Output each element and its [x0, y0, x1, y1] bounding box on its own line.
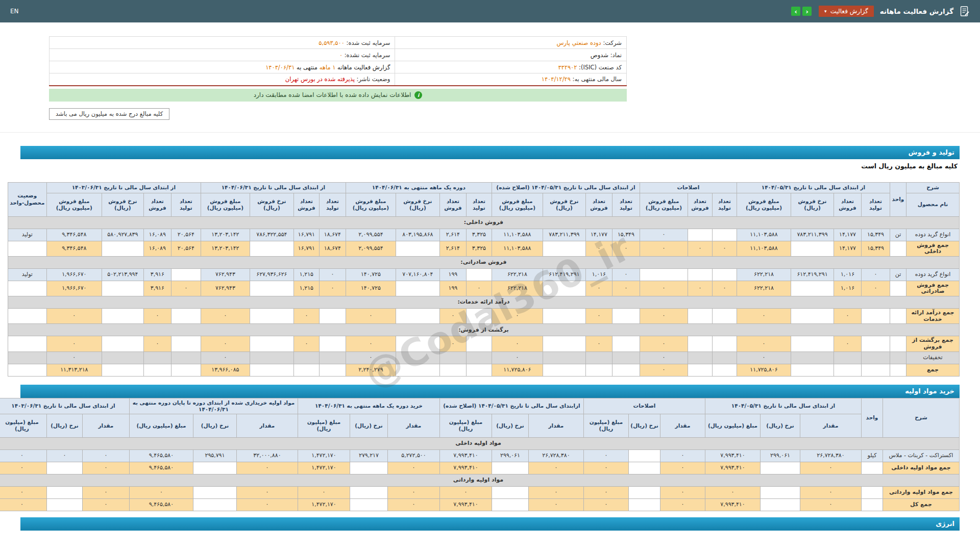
- value-cell: ۰: [612, 281, 640, 296]
- value-cell: [834, 352, 862, 364]
- value-cell: ۲۶,۷۲۸,۳۸۰: [528, 449, 583, 462]
- language-toggle[interactable]: EN: [10, 8, 19, 15]
- value-cell: ۱۸,۶۷۴: [319, 229, 346, 241]
- value-cell: [629, 462, 660, 474]
- column-header: نرخ فروش (ریال): [250, 193, 293, 216]
- value-cell: ۰: [0, 486, 46, 498]
- value-cell: ۱۵,۳۴۹: [612, 229, 640, 241]
- value-cell: [102, 352, 143, 364]
- value-cell: [543, 309, 585, 324]
- prev-report-button[interactable]: ‹: [791, 7, 800, 16]
- column-header: تعداد فروش: [439, 193, 466, 216]
- value-cell: ۱,۲۱۵: [293, 268, 319, 281]
- energy-section: انرژی: [20, 517, 960, 531]
- value-cell: ۶۱۲,۴۱۹,۲۹۱: [791, 268, 834, 281]
- sales-section: تولید و فروش کلیه مبالغ به میلیون ریال ا…: [20, 146, 960, 377]
- info-icon: i: [414, 91, 422, 99]
- million-rial-note: کلیه مبالغ درج شده به میلیون ریال می باش…: [49, 108, 169, 120]
- value-cell: ۰: [201, 352, 250, 364]
- value-cell: ۰: [640, 229, 688, 241]
- row-label-cell: جمع مواد اولیه وارداتی: [883, 486, 960, 498]
- value-cell: ۰: [236, 498, 298, 511]
- value-cell: [319, 309, 346, 324]
- value-cell: ۰: [862, 281, 890, 296]
- value-cell: [250, 309, 293, 324]
- value-cell: ۱۶,۷۹۱: [293, 241, 319, 256]
- column-header: نرخ (ریال): [492, 414, 528, 437]
- section-divider: [0, 132, 980, 133]
- value-cell: ۱,۰۱۶: [834, 281, 862, 296]
- energy-section-header: انرژی: [20, 517, 960, 531]
- column-header: مبلغ فروش (میلیون ریال): [737, 193, 791, 216]
- value-cell: [712, 229, 737, 241]
- value-cell: ۱۶,۰۸۹: [143, 241, 171, 256]
- value-cell: [46, 486, 82, 498]
- report-type-dropdown[interactable]: گزارش فعالیت ▾: [819, 6, 874, 17]
- value-cell: [46, 462, 82, 474]
- report-header-info: شرکت: دوده صنعتي پارسسرمایه ثبت شده: ۵,۵…: [49, 36, 627, 102]
- value-cell: [319, 352, 346, 364]
- value-cell: ۰: [293, 336, 319, 352]
- value-cell: [712, 352, 737, 364]
- table-row: جمع کل۰۷,۹۹۳,۴۱۰۰۰۰۷,۹۹۳,۴۱۰۰۱,۴۷۲,۱۷۰۰۹…: [0, 498, 960, 511]
- column-header: مبلغ فروش (میلیون ریال): [346, 193, 396, 216]
- column-header: مقدار: [660, 414, 705, 437]
- value-cell: ۳,۹۱۶: [143, 281, 171, 296]
- value-cell: ۰: [800, 462, 862, 474]
- value-cell: [712, 268, 737, 281]
- value-cell: ۰: [612, 268, 640, 281]
- info-cell: کد صنعت (ISIC): ۴۴۲۹۰۲: [395, 61, 627, 73]
- value-cell: ۰: [387, 486, 439, 498]
- value-cell: [712, 336, 737, 352]
- value-cell: ۰: [800, 486, 862, 498]
- column-group-header: خرید دوره یک ماهه منتهی به ۱۴۰۴/۰۶/۳۱: [298, 398, 439, 414]
- column-header: مبلغ فروش (میلیون ریال): [201, 193, 250, 216]
- value-cell: ۰: [640, 364, 688, 376]
- report-nav: ‹ ›: [791, 7, 812, 16]
- value-cell: ۰: [583, 462, 628, 474]
- value-cell: ۰: [492, 352, 543, 364]
- unit-cell: [890, 352, 906, 364]
- value-cell: ۱,۴۷۲,۱۷۰: [298, 498, 350, 511]
- unit-cell: کیلو: [862, 449, 883, 462]
- value-cell: ۷۶۲,۹۴۳: [201, 281, 250, 296]
- value-cell: [250, 364, 293, 376]
- column-group-header: از ابتدای سال مالی تا تاریخ ۱۴۰۳/۰۶/۳۱: [0, 398, 129, 414]
- value-cell: [612, 336, 640, 352]
- status-cell: [8, 281, 46, 296]
- value-cell: ۲,۶۱۴: [439, 229, 466, 241]
- value-cell: ۱۳,۲۰۳,۱۴۲: [201, 229, 250, 241]
- info-cell: وضعیت ناشر: پذیرفته شده در بورس تهران: [50, 73, 395, 86]
- value-cell: ۰: [583, 486, 628, 498]
- value-cell: [791, 336, 834, 352]
- value-cell: ۷۸۳,۲۱۱,۳۹۹: [791, 229, 834, 241]
- value-cell: [543, 336, 585, 352]
- value-cell: ۳,۳۲۵: [466, 241, 492, 256]
- value-cell: [543, 352, 585, 364]
- value-cell: ۰: [143, 309, 171, 324]
- value-cell: ۱۶,۰۸۹: [143, 229, 171, 241]
- next-report-button[interactable]: ›: [802, 7, 812, 16]
- value-cell: ۰: [640, 241, 688, 256]
- value-cell: [543, 364, 585, 376]
- value-cell: ۰: [82, 462, 129, 474]
- value-cell: ۲,۰۹۹,۵۵۴: [346, 241, 396, 256]
- table-row: جمع فروش صادراتی۰۱,۰۱۶۶۲۲,۲۱۸۰۰۰۰۰۶۲۲,۲۱…: [8, 281, 959, 296]
- value-cell: [791, 281, 834, 296]
- sales-section-header: تولید و فروش: [20, 146, 960, 159]
- value-cell: ۱۸,۶۷۴: [319, 241, 346, 256]
- value-cell: [171, 309, 201, 324]
- value-cell: ۱۳,۹۶۶,۰۸۵: [201, 364, 250, 376]
- table-row: مواد اولیه وارداتی: [0, 474, 960, 486]
- value-cell: [350, 486, 387, 498]
- value-cell: ۸۰۳,۱۹۵,۸۶۸: [396, 229, 439, 241]
- column-header: مقدار: [236, 414, 298, 437]
- column-header: مبلغ فروش (میلیون ریال): [492, 193, 543, 216]
- value-cell: [791, 309, 834, 324]
- value-cell: [466, 336, 492, 352]
- section-label-cell: درآمد ارائه خدمات:: [8, 296, 959, 309]
- value-cell: ۱۱,۷۲۵,۸۰۶: [492, 364, 543, 376]
- value-cell: [688, 336, 712, 352]
- value-cell: [640, 268, 688, 281]
- value-cell: ۱۱,۱۰۳,۵۸۸: [492, 229, 543, 241]
